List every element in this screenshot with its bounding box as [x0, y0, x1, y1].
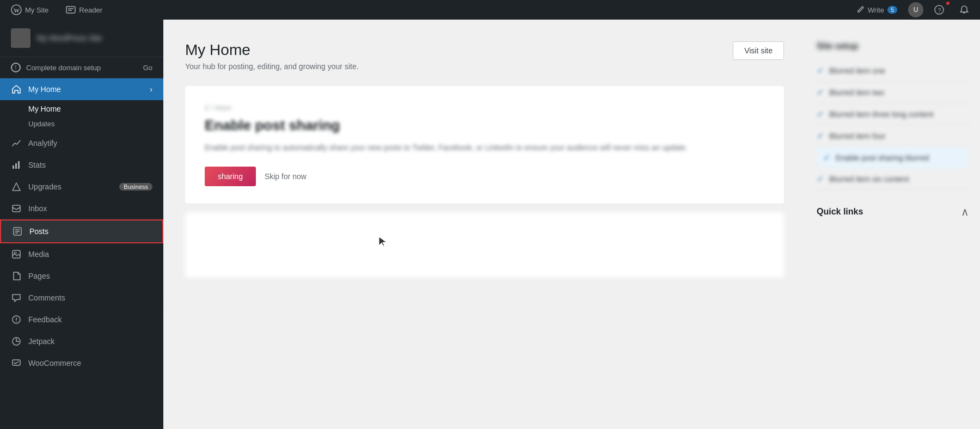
- home-icon: [11, 84, 22, 95]
- sidebar-item-stats[interactable]: Stats: [0, 154, 163, 176]
- page-title: My Home: [185, 41, 359, 59]
- domain-setup-label: Complete domain setup: [26, 64, 101, 72]
- my-site-label: My Site: [25, 6, 48, 14]
- right-panel-item-2: ✓ Blurred item two: [817, 82, 969, 103]
- reader-button[interactable]: Reader: [62, 4, 107, 16]
- check-icon-2: ✓: [817, 87, 824, 97]
- sidebar-item-feedback[interactable]: Feedback: [0, 309, 163, 330]
- sidebar-sub-my-home[interactable]: My Home: [0, 100, 163, 118]
- svg-point-20: [16, 321, 17, 322]
- sidebar-feedback-label: Feedback: [28, 315, 152, 324]
- sub-updates-label: Updates: [28, 120, 54, 128]
- media-icon: [11, 249, 22, 260]
- domain-icon: !: [11, 63, 21, 72]
- sidebar-item-comments[interactable]: Comments: [0, 287, 163, 309]
- analytify-icon: [11, 138, 22, 149]
- sidebar-woocommerce-label: WooCommerce: [28, 359, 152, 367]
- upgrades-badge: Business: [119, 183, 152, 191]
- sidebar-pages-label: Pages: [28, 272, 152, 280]
- right-panel-item-1: ✓ Blurred item one: [817, 60, 969, 82]
- enable-sharing-button[interactable]: sharing: [205, 167, 256, 186]
- stats-icon: [11, 160, 22, 170]
- card-title: Enable post sharing: [205, 117, 764, 134]
- right-panel-item-highlighted: ✓ Enable post sharing blurred: [817, 147, 969, 168]
- sidebar-stats-label: Stats: [28, 161, 152, 169]
- go-link[interactable]: Go: [143, 64, 152, 72]
- right-panel: Site setup ✓ Blurred item one ✓ Blurred …: [806, 20, 980, 429]
- card-actions: sharing Skip for now: [205, 167, 764, 186]
- check-icon-5: ✓: [823, 152, 830, 163]
- feedback-icon: [11, 314, 22, 325]
- svg-rect-7: [13, 166, 14, 169]
- help-button[interactable]: ?: [930, 3, 948, 17]
- svg-text:?: ?: [938, 7, 941, 14]
- sidebar-sub-updates[interactable]: Updates: [0, 118, 163, 132]
- check-icon-3: ✓: [817, 109, 824, 119]
- svg-rect-8: [15, 163, 17, 169]
- sidebar-item-media[interactable]: Media: [0, 243, 163, 265]
- sidebar-item-my-home[interactable]: My Home ›: [0, 78, 163, 100]
- main-card: 2 / steps Enable post sharing Enable pos…: [185, 86, 784, 204]
- sidebar-item-upgrades[interactable]: Upgrades Business: [0, 176, 163, 198]
- content-header: My Home Your hub for posting, editing, a…: [185, 41, 784, 71]
- sidebar-comments-label: Comments: [28, 293, 152, 302]
- sidebar-upgrades-label: Upgrades: [28, 182, 113, 191]
- jetpack-icon: [11, 336, 22, 347]
- sidebar-item-woocommerce[interactable]: WooCommerce: [0, 352, 163, 374]
- sidebar-posts-label: Posts: [29, 227, 151, 236]
- svg-rect-16: [13, 250, 20, 258]
- card-step: 2 / steps: [205, 103, 764, 112]
- domain-setup-bar[interactable]: ! Complete domain setup Go: [0, 57, 163, 78]
- check-icon-4: ✓: [817, 131, 824, 141]
- sidebar-media-label: Media: [28, 250, 152, 259]
- sidebar-item-jetpack[interactable]: Jetpack: [0, 330, 163, 352]
- reader-label: Reader: [79, 6, 102, 14]
- notifications-bell[interactable]: [955, 3, 973, 17]
- avatar[interactable]: U: [908, 2, 923, 17]
- content-area: My Home Your hub for posting, editing, a…: [163, 20, 806, 429]
- sidebar-inbox-label: Inbox: [28, 204, 152, 213]
- visit-site-button[interactable]: Visit site: [733, 41, 784, 60]
- right-panel-item-3: ✓ Blurred item three long content: [817, 103, 969, 125]
- notifications-count: 5: [887, 6, 897, 14]
- svg-text:W: W: [14, 7, 20, 14]
- sidebar-analytify-label: Analytify: [28, 139, 152, 148]
- quick-links-toggle-button[interactable]: ∧: [961, 205, 969, 218]
- inbox-icon: [11, 203, 22, 214]
- topbar: W My Site Reader Write 5 U ?: [0, 0, 980, 20]
- write-label: Write: [868, 6, 884, 14]
- svg-marker-10: [13, 183, 20, 191]
- sidebar-jetpack-label: Jetpack: [28, 337, 152, 346]
- posts-icon: [12, 226, 23, 237]
- skip-for-now-button[interactable]: Skip for now: [265, 172, 307, 181]
- upgrades-icon: [11, 181, 22, 192]
- chevron-right-icon: ›: [150, 85, 152, 94]
- check-icon-6: ✓: [817, 174, 824, 184]
- my-site-button[interactable]: W My Site: [7, 2, 53, 17]
- sub-my-home-label: My Home: [28, 105, 61, 113]
- sidebar-my-home-label: My Home: [28, 85, 143, 94]
- svg-rect-2: [66, 7, 75, 13]
- quick-links-title: Quick links: [817, 207, 863, 217]
- site-name: My WordPress Site: [37, 34, 102, 42]
- page-subtitle: Your hub for posting, editing, and growi…: [185, 62, 359, 71]
- sidebar: My WordPress Site ! Complete domain setu…: [0, 20, 163, 429]
- woocommerce-icon: [11, 358, 22, 369]
- check-icon-1: ✓: [817, 65, 824, 76]
- sidebar-item-posts[interactable]: Posts: [0, 219, 163, 243]
- write-button[interactable]: Write 5: [852, 3, 902, 16]
- sidebar-item-pages[interactable]: Pages: [0, 265, 163, 287]
- sidebar-item-analytify[interactable]: Analytify: [0, 132, 163, 154]
- right-panel-item-6: ✓ Blurred item six content: [817, 168, 969, 190]
- card-description: Enable post sharing to automatically sha…: [205, 142, 764, 154]
- second-card: [185, 212, 784, 278]
- svg-rect-9: [18, 161, 20, 169]
- comments-icon: [11, 292, 22, 303]
- avatar-initials: U: [914, 6, 918, 14]
- sidebar-item-inbox[interactable]: Inbox: [0, 198, 163, 219]
- sidebar-site-header[interactable]: My WordPress Site: [0, 20, 163, 57]
- right-panel-title: Site setup: [817, 41, 969, 51]
- quick-links-section: Quick links ∧: [817, 199, 969, 225]
- right-panel-item-4: ✓ Blurred item four: [817, 125, 969, 147]
- site-icon: [11, 28, 30, 48]
